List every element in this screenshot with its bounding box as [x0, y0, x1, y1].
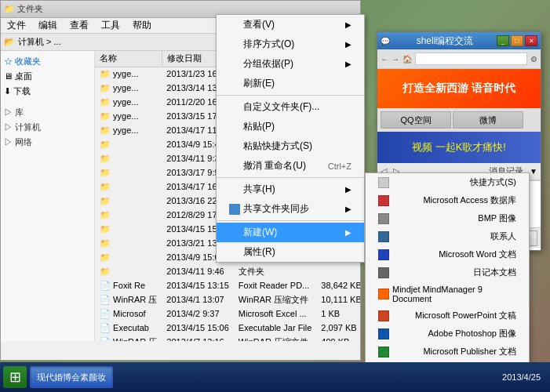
file-manager-title: 📁 文件夹 [4, 3, 43, 15]
nav-item-desktop[interactable]: 🖥 桌面 [4, 69, 91, 84]
table-row[interactable]: 📄 Microsof2013/4/2 9:37Microsoft Excel .… [95, 307, 360, 321]
shortcut-icon [378, 177, 389, 188]
bmp-icon [378, 213, 389, 224]
menu-item-label: 粘贴(P) [243, 120, 275, 133]
submenu-item-label: Mindjet MindManager 9 Document [392, 285, 516, 303]
shell-toolbar-icon3: 🏠 [402, 55, 412, 64]
shell-minimize-button[interactable]: _ [497, 35, 509, 46]
new-submenu: 快捷方式(S)Microsoft Access 数据库BMP 图像联系人Micr… [365, 172, 530, 392]
menu-separator [217, 95, 364, 96]
submenu-item[interactable]: Adobe Photoshop 图像 [366, 325, 529, 343]
table-row[interactable]: 📄 Foxit Re2013/4/15 13:15Foxit Reader PD… [95, 278, 360, 292]
menu-item-label: 自定义文件夹(F)... [243, 100, 319, 114]
menu-item-icon [229, 204, 240, 215]
submenu-item[interactable]: 日记本文档 [366, 263, 529, 281]
table-row[interactable]: 📁 2013/4/11 9:46文件夹 [95, 264, 360, 278]
shell-ad1-text: 打造全新西游 语音时代 [402, 82, 515, 96]
context-menu-item[interactable]: 新建(W)▶ [217, 223, 364, 242]
menu-item-arrow: ▶ [345, 205, 351, 213]
menu-item-label: 排序方式(O) [243, 38, 294, 51]
context-menu-item[interactable]: 排序方式(O)▶ [217, 34, 364, 54]
shell-buttons-row: QQ空间 微博 [377, 108, 541, 132]
menu-item-arrow: ▶ [345, 228, 351, 237]
menu-view[interactable]: 查看 [67, 19, 92, 32]
menu-item-label: 共享(H) [243, 183, 275, 196]
context-menu-item[interactable]: 查看(V)▶ [217, 15, 364, 34]
submenu-item[interactable]: Microsoft Word 文档 [366, 245, 529, 263]
context-menu-item[interactable]: 共享文件夹同步▶ [217, 199, 364, 219]
submenu-item[interactable]: Mindjet MindManager 9 Document [366, 281, 529, 307]
taskbar-file-manager-btn[interactable]: 现代婚博会素颜妆 [30, 366, 113, 388]
submenu-item[interactable]: BMP 图像 [366, 209, 529, 227]
table-row[interactable]: 📄 WinRAR 压2013/4/7 13:16WinRAR 压缩文件499 K… [95, 335, 360, 341]
submenu-item-label: Microsoft Access 数据库 [423, 194, 516, 206]
nav-item-network: ▷ 网络 [4, 135, 91, 150]
shell-title: shell编程交流 [393, 34, 497, 48]
menu-edit[interactable]: 编辑 [35, 19, 60, 32]
menu-item-label: 查看(V) [243, 18, 275, 31]
nav-item-computer: ▷ 计算机 [4, 120, 91, 135]
photoshop-icon [378, 328, 389, 339]
start-icon: ⊞ [9, 368, 21, 386]
submenu-item-label: Adobe Photoshop 图像 [428, 328, 516, 339]
shell-close-button[interactable]: ✕ [525, 35, 537, 46]
shell-ad-banner1[interactable]: 打造全新西游 语音时代 [377, 69, 541, 108]
context-menu-item[interactable]: 自定义文件夹(F)... [217, 97, 364, 117]
shell-btn2[interactable]: 微博 [453, 111, 523, 129]
menu-item-shortcut: Ctrl+Z [328, 162, 351, 171]
menu-file[interactable]: 文件 [4, 19, 29, 32]
shell-address-bar[interactable] [415, 53, 527, 65]
taskbar-right: 2013/4/25 [502, 372, 547, 383]
taskbar-btn-label: 现代婚博会素颜妆 [37, 372, 106, 383]
context-menu-item[interactable]: 刷新(E) [217, 74, 364, 93]
submenu-item-label: Microsoft Publisher 文档 [423, 346, 516, 358]
shell-toolbar-icon2: → [392, 55, 399, 64]
submenu-item[interactable]: Microsoft Publisher 文档 [366, 343, 529, 361]
shell-toolbar: ← → 🏠 ⚙ [377, 49, 541, 69]
system-clock: 2013/4/25 [502, 372, 541, 383]
shell-toolbar-icon4: ⚙ [530, 55, 537, 64]
submenu-item[interactable]: 联系人 [366, 227, 529, 245]
start-button[interactable]: ⊞ [3, 366, 27, 388]
menu-help[interactable]: 帮助 [129, 19, 155, 32]
menu-item-arrow: ▶ [345, 40, 351, 49]
context-menu-item[interactable]: 分组依据(P)▶ [217, 54, 364, 74]
ppt-icon [378, 310, 389, 321]
nav-item-downloads[interactable]: ⬇ 下载 [4, 84, 91, 99]
contact-icon [378, 231, 389, 242]
menu-item-arrow: ▶ [345, 60, 351, 68]
menu-separator [217, 220, 364, 221]
context-menu-item[interactable]: 撤消 重命名(U)Ctrl+Z [217, 156, 364, 176]
taskbar: ⊞ 现代婚博会素颜妆 2013/4/25 [0, 362, 550, 392]
publisher-icon [378, 347, 389, 358]
submenu-item[interactable]: Microsoft Access 数据库 [366, 191, 529, 209]
nav-item-favs[interactable]: ☆ 收藏夹 [4, 54, 91, 69]
menu-item-label: 粘贴快捷方式(S) [243, 140, 312, 153]
context-menu-item[interactable]: 共享(H)▶ [217, 180, 364, 199]
nav-panel: ☆ 收藏夹 🖥 桌面 ⬇ 下载 ▷ 库 ▷ 计算机 ▷ 网络 [1, 51, 95, 341]
submenu-item-label: 联系人 [490, 230, 516, 242]
clock-date: 2013/4/25 [502, 372, 541, 383]
access-icon [378, 195, 389, 206]
menu-item-label: 共享文件夹同步 [243, 202, 309, 216]
menu-item-arrow: ▶ [345, 185, 351, 194]
shell-window-controls: _ □ ✕ [497, 35, 537, 46]
table-row[interactable]: 📄 WinRAR 压2013/4/1 13:07WinRAR 压缩文件10,11… [95, 292, 360, 307]
menu-tools[interactable]: 工具 [98, 19, 123, 32]
submenu-item-label: Microsoft PowerPoint 文稿 [415, 310, 516, 321]
submenu-item[interactable]: 快捷方式(S) [366, 173, 529, 191]
shell-nav-arrow[interactable]: ▼ [530, 167, 537, 176]
table-row[interactable]: 📄 Executab2013/4/15 15:06Executable Jar … [95, 321, 360, 335]
shell-ad-banner2[interactable]: 视频 一起K歌才痛快! [377, 132, 541, 163]
context-menu-item[interactable]: 属性(R) [217, 242, 364, 262]
context-menu-item[interactable]: 粘贴(P) [217, 117, 364, 136]
col-name[interactable]: 名称 [95, 51, 162, 67]
context-menu-item[interactable]: 粘贴快捷方式(S) [217, 136, 364, 156]
submenu-item-label: Microsoft Word 文档 [439, 249, 516, 260]
context-menu: 查看(V)▶排序方式(O)▶分组依据(P)▶刷新(E)自定义文件夹(F)...粘… [216, 14, 365, 263]
shell-maximize-button[interactable]: □ [511, 35, 523, 46]
shell-btn1[interactable]: QQ空间 [381, 111, 451, 129]
submenu-item[interactable]: Microsoft PowerPoint 文稿 [366, 307, 529, 325]
desktop: 📁 文件夹 文件 编辑 查看 工具 帮助 📂 计算机 > ... ☆ 收藏夹 🖥… [0, 0, 550, 392]
menu-item-arrow: ▶ [345, 20, 351, 29]
